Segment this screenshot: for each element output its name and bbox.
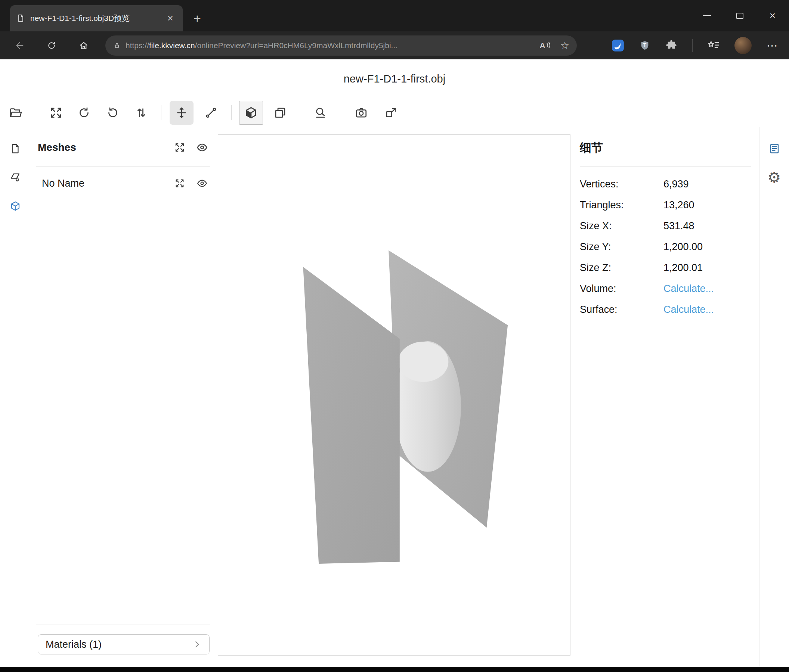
materials-icon (10, 172, 21, 183)
arrow-left-icon (14, 40, 25, 51)
favorites-bar-button[interactable] (708, 40, 720, 51)
extension-translate-icon[interactable] (612, 39, 624, 52)
panel-divider (36, 166, 210, 167)
calculate-surface-link[interactable]: Calculate... (663, 304, 714, 315)
refresh-button[interactable] (41, 35, 62, 56)
model-plane-left (303, 267, 399, 564)
detail-row-vertices: Vertices: 6,939 (580, 174, 751, 194)
sidebar-tab-model[interactable] (0, 191, 30, 220)
details-rows: Vertices: 6,939 Triangles: 13,260 Size X… (580, 174, 751, 320)
sidebar-tab-materials[interactable] (0, 163, 30, 191)
rotate-cw-icon (77, 106, 91, 119)
detail-label: Size Z: (580, 262, 611, 274)
fit-view-button[interactable] (44, 101, 68, 125)
window-bottom-edge (0, 667, 789, 672)
3d-model-render[interactable] (218, 135, 570, 655)
address-bar[interactable]: https://file.kkview.cn/onlinePreview?url… (105, 35, 577, 56)
detail-row-triangles: Triangles: 13,260 (580, 194, 751, 215)
home-button[interactable] (73, 35, 94, 56)
flip-vertical-button[interactable] (129, 101, 153, 125)
measure-icon (314, 106, 327, 119)
add-favorite-star-button[interactable]: ☆ (561, 40, 569, 50)
solid-view-button[interactable] (239, 101, 263, 125)
wireframe-view-icon (273, 106, 287, 119)
navbar-right-icons: T ⋯ (612, 37, 789, 54)
refresh-icon (46, 40, 57, 51)
mesh-name: No Name (42, 178, 164, 189)
detail-row-size-y: Size Y: 1,200.00 (580, 236, 751, 257)
detail-row-volume: Volume: Calculate... (580, 278, 751, 299)
3d-viewport[interactable] (218, 134, 570, 656)
profile-avatar[interactable] (735, 37, 752, 54)
move-tool-button[interactable] (169, 101, 193, 125)
toolbar-divider (161, 105, 161, 120)
sidebar-tab-file[interactable] (0, 134, 30, 163)
model-cube-icon (10, 201, 21, 212)
rotate-cw-button[interactable] (72, 101, 96, 125)
visibility-all-toggle[interactable] (195, 141, 209, 154)
expand-all-button[interactable] (173, 141, 187, 154)
lock-icon (113, 41, 121, 49)
maximize-button[interactable] (723, 0, 756, 31)
line-measure-button[interactable] (199, 101, 223, 125)
detail-label: Triangles: (580, 199, 624, 211)
page-title-row: new-F1-D1-1-first.obj (0, 59, 789, 98)
detail-row-size-z: Size Z: 1,200.01 (580, 257, 751, 278)
window-controls: × (690, 0, 789, 31)
window-close-button[interactable]: × (756, 0, 789, 31)
meshes-panel: Meshes No Name Materials (30, 127, 218, 667)
camera-icon (355, 106, 368, 119)
export-button[interactable] (379, 101, 403, 125)
materials-button[interactable]: Materials (1) (38, 634, 209, 654)
detail-value: 6,939 (663, 178, 689, 190)
panel-divider (580, 166, 751, 167)
panel-divider (36, 624, 210, 625)
browser-menu-button[interactable]: ⋯ (767, 40, 778, 51)
wireframe-view-button[interactable] (268, 101, 292, 125)
up-down-arrows-icon (134, 106, 148, 119)
toolbar-divider (231, 105, 232, 120)
tab-favicon-icon (16, 14, 25, 23)
url-host: file.kkview.cn (149, 41, 195, 49)
tab-title: new-F1-D1-1-first.obj3D预览 (30, 13, 159, 24)
detail-label: Volume: (580, 283, 617, 295)
chevron-right-icon (192, 640, 202, 649)
tab-close-button[interactable]: × (164, 12, 177, 25)
extensions-puzzle-icon[interactable] (665, 40, 677, 51)
detail-label: Vertices: (580, 178, 619, 190)
rotate-ccw-icon (106, 106, 120, 119)
detail-value: 1,200.00 (663, 241, 703, 253)
mesh-visibility-toggle[interactable] (195, 177, 209, 190)
materials-button-label: Materials (1) (46, 639, 102, 650)
export-icon (385, 106, 398, 119)
extension-shield-icon[interactable]: T (639, 40, 650, 51)
line-measure-icon (204, 106, 218, 119)
solid-view-icon (244, 106, 258, 119)
mesh-list-item[interactable]: No Name (42, 173, 209, 194)
viewer-toolbar (0, 98, 789, 127)
browser-tab[interactable]: new-F1-D1-1-first.obj3D预览 × (10, 5, 183, 31)
expand-icon (174, 142, 185, 153)
calculate-volume-link[interactable]: Calculate... (663, 283, 714, 295)
browser-titlebar: new-F1-D1-1-first.obj3D预览 × + × (0, 0, 789, 31)
page-title: new-F1-D1-1-first.obj (344, 73, 445, 85)
navbar-divider (692, 39, 693, 52)
settings-button[interactable]: ⚙ (759, 163, 789, 191)
minimize-button[interactable] (690, 0, 723, 31)
read-aloud-button[interactable]: A (540, 41, 551, 50)
mesh-focus-button[interactable] (173, 177, 187, 190)
svg-text:T: T (643, 42, 647, 48)
read-aloud-label: A (540, 41, 545, 50)
detail-row-surface: Surface: Calculate... (580, 299, 751, 320)
back-button[interactable] (9, 35, 30, 56)
details-tab-button[interactable] (759, 134, 789, 163)
open-file-button[interactable] (4, 101, 28, 125)
detail-label: Size X: (580, 220, 612, 232)
detail-label: Surface: (580, 304, 618, 315)
detail-value: 13,260 (663, 199, 695, 211)
new-tab-button[interactable]: + (188, 10, 206, 27)
measure-button[interactable] (308, 101, 332, 125)
rotate-ccw-button[interactable] (101, 101, 125, 125)
screenshot-button[interactable] (349, 101, 373, 125)
model-cylinder-cap (398, 342, 449, 382)
